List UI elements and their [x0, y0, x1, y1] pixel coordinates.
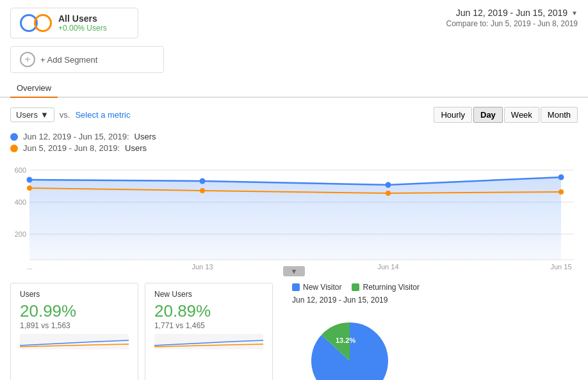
metric-label: Users	[16, 110, 38, 120]
legend-label-1: Jun 12, 2019 - Jun 15, 2019:	[23, 132, 129, 141]
mini-chart-svg-1	[20, 334, 129, 349]
dropdown-arrow-icon: ▼	[571, 10, 578, 17]
metric-card-vs-1: 1,891 vs 1,563	[20, 321, 129, 330]
date-range-area: Jun 12, 2019 - Jun 15, 2019 ▼ Compare to…	[446, 8, 578, 28]
svg-text:...: ...	[26, 263, 32, 271]
add-segment-row: + + Add Segment	[0, 44, 588, 79]
legend-metric-2: Users	[125, 143, 147, 153]
header-row: All Users +0.00% Users Jun 12, 2019 - Ju…	[0, 0, 588, 44]
select-metric-link[interactable]: Select a metric	[75, 110, 130, 120]
metric-card-title-1: Users	[20, 290, 129, 299]
metric-card-new-users: New Users 20.89% 1,771 vs 1,465	[145, 283, 273, 380]
pie-legend-dot-blue	[292, 283, 300, 291]
mini-chart-1	[20, 334, 129, 349]
circle-orange-icon	[34, 14, 52, 32]
svg-text:Jun 13: Jun 13	[192, 263, 213, 271]
legend-row-2: Jun 5, 2019 - Jun 8, 2019: Users	[10, 143, 578, 153]
chart-legend: Jun 12, 2019 - Jun 15, 2019: Users Jun 5…	[0, 128, 588, 157]
legend-dot-blue	[10, 133, 18, 141]
metric-card-pct-2: 20.89%	[154, 301, 263, 321]
segment-icon	[20, 14, 52, 32]
metric-card-vs-2: 1,771 vs 1,465	[154, 321, 263, 330]
pie-svg: 13.2%	[292, 310, 407, 380]
time-btn-hourly[interactable]: Hourly	[434, 107, 472, 123]
pie-legend: New Visitor Returning Visitor	[292, 283, 420, 292]
pie-legend-new-visitor: New Visitor	[292, 283, 341, 292]
add-segment-button[interactable]: + + Add Segment	[10, 46, 164, 73]
svg-text:600: 600	[15, 166, 26, 174]
legend-metric-1: Users	[135, 132, 156, 141]
orange-dot-1	[27, 186, 32, 191]
toolbar-row: Users ▼ vs. Select a metric Hourly Day W…	[0, 104, 588, 128]
date-range-main[interactable]: Jun 12, 2019 - Jun 15, 2019 ▼	[446, 8, 578, 18]
metric-card-users: Users 20.99% 1,891 vs 1,563	[10, 283, 138, 380]
segment-title: All Users	[58, 13, 107, 24]
orange-dot-2	[200, 188, 205, 193]
svg-text:Jun 15: Jun 15	[550, 263, 571, 271]
vs-text: vs.	[60, 110, 70, 120]
users-dropdown[interactable]: Users ▼	[10, 107, 54, 122]
add-segment-label: + Add Segment	[40, 55, 97, 65]
date-range-compare: Compare to: Jun 5, 2019 - Jun 8, 2019	[446, 19, 578, 28]
metric-selector: Users ▼ vs. Select a metric	[10, 107, 130, 122]
segment-sub: +0.00% Users	[58, 24, 107, 33]
pie-legend-label-new: New Visitor	[303, 283, 341, 292]
tab-overview[interactable]: Overview	[10, 79, 58, 98]
pie-legend-returning-visitor: Returning Visitor	[352, 283, 420, 292]
pie-legend-dot-green	[352, 283, 359, 291]
orange-dot-3	[386, 191, 391, 196]
add-circle-icon: +	[20, 52, 35, 67]
blue-dot-2	[200, 178, 206, 184]
svg-text:200: 200	[15, 230, 26, 238]
time-btn-week[interactable]: Week	[504, 107, 539, 123]
legend-label-2: Jun 5, 2019 - Jun 8, 2019:	[23, 143, 120, 153]
legend-row-1: Jun 12, 2019 - Jun 15, 2019: Users	[10, 132, 578, 141]
mini-chart-svg-2	[154, 334, 263, 349]
svg-text:Jun 14: Jun 14	[377, 263, 398, 271]
svg-text:400: 400	[15, 198, 26, 206]
blue-dot-4	[559, 175, 564, 180]
segment-info: All Users +0.00% Users	[58, 13, 107, 33]
chart-scroll-indicator[interactable]: ▼	[10, 266, 578, 276]
pie-date: Jun 12, 2019 - Jun 15, 2019	[292, 296, 388, 305]
all-users-segment[interactable]: All Users +0.00% Users	[10, 8, 138, 38]
main-chart: 600 400 200 ... Jun 13 Jun 14 Jun 15	[10, 157, 578, 273]
legend-dot-orange	[10, 145, 18, 152]
pie-area: New Visitor Returning Visitor Jun 12, 20…	[279, 283, 578, 380]
time-btn-day[interactable]: Day	[473, 107, 503, 123]
pie-label-returning: 13.2%	[336, 336, 355, 344]
metric-card-pct-1: 20.99%	[20, 301, 129, 321]
blue-dot-3	[386, 182, 391, 188]
orange-dot-4	[559, 189, 564, 194]
blue-dot-1	[27, 177, 33, 183]
date-range-text: Jun 12, 2019 - Jun 15, 2019	[456, 8, 568, 18]
mini-chart-2	[154, 334, 263, 349]
time-buttons: Hourly Day Week Month	[434, 107, 578, 123]
time-btn-month[interactable]: Month	[541, 107, 578, 123]
bottom-section: Users 20.99% 1,891 vs 1,563 New Users 20…	[0, 276, 588, 380]
pie-chart: 13.2%	[292, 310, 407, 380]
dropdown-caret-icon: ▼	[40, 110, 49, 120]
chart-container: 600 400 200 ... Jun 13 Jun 14 Jun 15	[0, 157, 588, 276]
metric-card-title-2: New Users	[154, 290, 263, 299]
tab-bar: Overview	[0, 79, 588, 98]
pie-legend-label-returning: Returning Visitor	[363, 283, 420, 292]
